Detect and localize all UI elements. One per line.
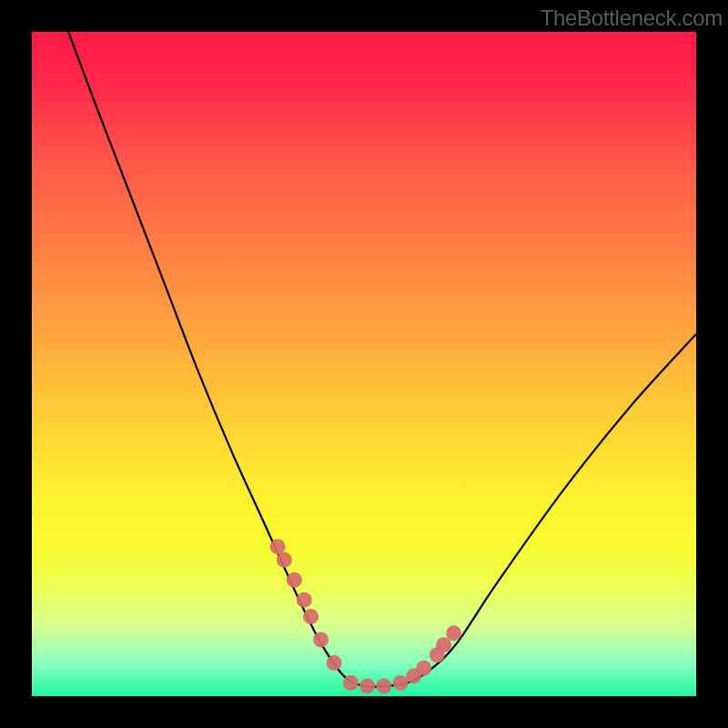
- highlight-dot: [297, 592, 312, 608]
- highlight-dot: [327, 655, 342, 671]
- highlight-dot: [343, 675, 359, 691]
- highlight-dot: [359, 679, 375, 694]
- highlight-dot: [287, 572, 302, 588]
- highlight-dot: [313, 632, 329, 647]
- highlight-dot: [436, 637, 451, 652]
- highlight-dot: [303, 609, 318, 624]
- watermark-text: TheBottleneck.com: [541, 5, 723, 31]
- highlight-dot: [270, 539, 286, 554]
- bottleneck-curve-path: [68, 32, 696, 687]
- curve-svg: [32, 32, 696, 696]
- highlight-dots: [270, 539, 461, 693]
- highlight-dot: [376, 679, 391, 694]
- plot-area: [32, 32, 696, 696]
- bottleneck-curve: [68, 32, 696, 687]
- highlight-dot: [277, 552, 292, 568]
- highlight-dot: [393, 675, 409, 691]
- highlight-dot: [416, 661, 431, 676]
- highlight-dot: [446, 625, 461, 641]
- chart-frame: TheBottleneck.com: [0, 0, 728, 728]
